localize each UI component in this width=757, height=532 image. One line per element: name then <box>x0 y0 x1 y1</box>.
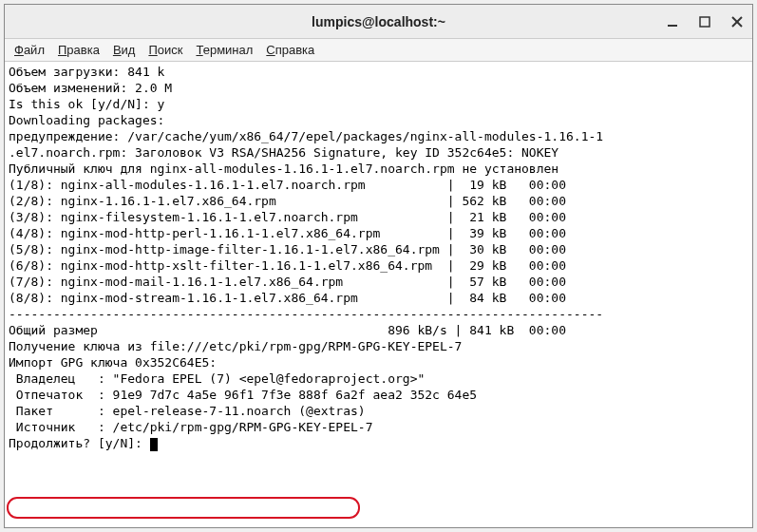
term-line: Получение ключа из file:///etc/pki/rpm-g… <box>9 339 462 353</box>
terminal-window: lumpics@localhost:~ Файл Правка Вид Поис… <box>4 4 753 528</box>
term-line: Объем загрузки: 841 k <box>9 65 164 79</box>
menu-search[interactable]: Поиск <box>148 43 182 57</box>
close-button[interactable] <box>728 12 747 31</box>
term-line: Публичный ключ для nginx-all-modules-1.1… <box>9 162 558 176</box>
term-line: (7/8): nginx-mod-mail-1.16.1-1.el7.x86_6… <box>9 275 566 289</box>
prompt-line[interactable]: Продолжить? [y/N]: <box>9 435 158 451</box>
term-line: Is this ok [y/d/N]: y <box>9 97 164 111</box>
term-line: Объем изменений: 2.0 M <box>9 81 172 95</box>
window-controls <box>663 5 747 38</box>
term-line: (4/8): nginx-mod-http-perl-1.16.1-1.el7.… <box>9 226 566 240</box>
term-line: (6/8): nginx-mod-http-xslt-filter-1.16.1… <box>9 258 566 273</box>
menu-file[interactable]: Файл <box>14 43 45 57</box>
term-line: (3/8): nginx-filesystem-1.16.1-1.el7.noa… <box>9 210 566 224</box>
term-line: предупреждение: /var/cache/yum/x86_64/7/… <box>9 129 603 143</box>
term-line: (8/8): nginx-mod-stream-1.16.1-1.el7.x86… <box>9 291 566 305</box>
term-separator: ----------------------------------------… <box>9 307 603 321</box>
menu-help[interactable]: Справка <box>266 43 314 57</box>
term-line: Общий размер 896 kB/s | 841 kB 00:00 <box>9 323 566 337</box>
minimize-button[interactable] <box>663 12 682 31</box>
term-line: Downloading packages: <box>9 113 164 127</box>
menu-terminal[interactable]: Терминал <box>196 43 253 57</box>
cursor-icon <box>150 438 158 451</box>
titlebar: lumpics@localhost:~ <box>5 5 752 39</box>
prompt-text: Продолжить? [y/N]: <box>9 436 150 450</box>
term-line: .el7.noarch.rpm: Заголовок V3 RSA/SHA256… <box>9 145 558 160</box>
term-line: (2/8): nginx-1.16.1-1.el7.x86_64.rpm | 5… <box>9 194 566 208</box>
menu-view[interactable]: Вид <box>113 43 136 57</box>
term-line: Владелец : "Fedora EPEL (7) <epel@fedora… <box>9 371 425 386</box>
maximize-button[interactable] <box>695 12 714 31</box>
term-line: (5/8): nginx-mod-http-image-filter-1.16.… <box>9 242 566 256</box>
svg-rect-1 <box>700 17 710 27</box>
term-line: (1/8): nginx-all-modules-1.16.1-1.el7.no… <box>9 178 566 192</box>
menu-edit[interactable]: Правка <box>58 43 100 57</box>
term-line: Пакет : epel-release-7-11.noarch (@extra… <box>9 404 366 418</box>
term-line: Источник : /etc/pki/rpm-gpg/RPM-GPG-KEY-… <box>9 420 373 434</box>
menubar: Файл Правка Вид Поиск Терминал Справка <box>5 39 752 62</box>
term-line: Отпечаток : 91e9 7d7c 4a5e 96f1 7f3e 888… <box>9 388 477 402</box>
term-line: Импорт GPG ключа 0x352C64E5: <box>9 355 217 370</box>
window-title: lumpics@localhost:~ <box>312 14 445 29</box>
terminal-output[interactable]: Объем загрузки: 841 k Объем изменений: 2… <box>5 62 752 527</box>
